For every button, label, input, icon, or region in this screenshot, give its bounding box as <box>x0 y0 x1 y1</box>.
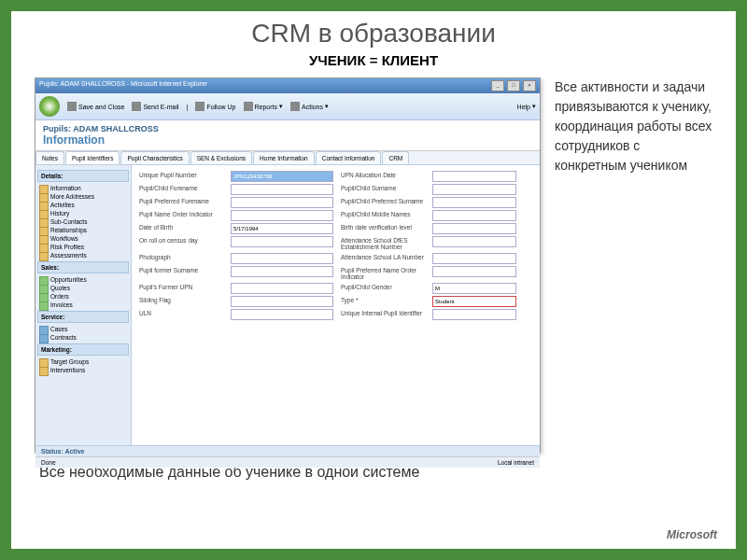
nav-item-quotes[interactable]: Quotes <box>37 284 129 292</box>
field-label: Date of Birth <box>139 223 223 234</box>
nav-item-activities[interactable]: Activities <box>37 201 129 209</box>
tab-crm[interactable]: CRM <box>382 151 409 164</box>
nav-item-target-groups[interactable]: Target Groups <box>37 357 129 366</box>
field-label: Pupil/Child Gender <box>341 283 425 294</box>
field-label: Pupil/Child Forename <box>139 184 223 195</box>
nav-item-opportunities[interactable]: Opportunities <box>37 275 129 284</box>
tab-contact-information[interactable]: Contact Information <box>316 151 382 164</box>
save-close-button[interactable]: Save and Close <box>67 102 124 111</box>
field-label: Type * <box>341 296 425 307</box>
slide-sidetext: Все активности и задачи привязываются к … <box>541 77 712 453</box>
send-email-button[interactable]: Send E-mail <box>132 102 178 111</box>
nav-section: Details: <box>37 170 129 182</box>
field-input[interactable] <box>231 253 333 264</box>
close-button[interactable]: × <box>523 80 536 91</box>
nav-item-workflows[interactable]: Workflows <box>37 234 129 243</box>
field-label: UPN Allocation Date <box>341 171 425 182</box>
tab-bar: NotesPupil IdentifiersPupil Characterist… <box>35 151 540 165</box>
nav-item-sub-contacts[interactable]: Sub-Contacts <box>37 217 129 226</box>
field-input[interactable] <box>231 236 333 247</box>
field-label: Pupil's Former UPN <box>139 283 223 294</box>
flag-icon <box>195 102 204 111</box>
left-nav: Details:InformationMore AddressesActivit… <box>35 165 132 445</box>
slide-subtitle: УЧЕНИК = КЛИЕНТ <box>11 52 736 68</box>
field-input[interactable]: Student <box>432 296 516 307</box>
field-input[interactable] <box>432 210 516 221</box>
microsoft-logo: Microsoft <box>667 528 717 541</box>
field-label: Unique Internal Pupil Identifier <box>341 309 425 320</box>
field-label: Sibling Flag <box>139 296 223 307</box>
tab-notes[interactable]: Notes <box>35 151 64 164</box>
field-input[interactable] <box>432 223 516 234</box>
field-label: On roll on census day <box>139 236 223 251</box>
nav-item-cases[interactable]: Cases <box>37 325 129 333</box>
actions-button[interactable]: Actions ▾ <box>290 102 329 111</box>
save-icon <box>67 102 77 111</box>
ribbon-toolbar: Save and Close Send E-mail | Follow Up R… <box>35 93 540 120</box>
nav-section: Service: <box>37 311 129 323</box>
field-label: Pupil/Child Surname <box>341 184 425 195</box>
field-input[interactable] <box>231 197 333 208</box>
followup-button[interactable]: Follow Up <box>195 102 235 111</box>
field-input[interactable]: M <box>432 283 516 294</box>
nav-item-interventions[interactable]: Interventions <box>37 366 129 374</box>
report-icon <box>244 102 253 111</box>
field-input[interactable] <box>231 266 333 277</box>
field-input[interactable] <box>432 266 516 277</box>
zone-label: Local intranet <box>498 459 534 466</box>
form-area: Unique Pupil NumberJPN123456789UPN Alloc… <box>132 165 540 445</box>
field-input[interactable] <box>432 171 516 182</box>
section-title: Information <box>43 133 532 147</box>
nav-item-invoices[interactable]: Invoices <box>37 301 129 309</box>
field-label: Pupil/Child Preferred Surname <box>341 197 425 208</box>
office-orb-icon[interactable] <box>39 96 60 117</box>
nav-item-risk-profiles[interactable]: Risk Profiles <box>37 243 129 251</box>
field-input[interactable] <box>432 309 516 320</box>
field-input[interactable] <box>231 296 333 307</box>
field-input[interactable] <box>231 309 333 320</box>
field-input[interactable]: 5/17/1994 <box>231 223 333 234</box>
separator: | <box>187 104 189 110</box>
window-title: Pupils: ADAM SHALLCROSS - Microsoft Inte… <box>39 80 207 91</box>
field-label: ULN <box>139 309 223 320</box>
slide-title: CRM в образовании <box>11 19 736 49</box>
field-input[interactable] <box>432 197 516 208</box>
tab-pupil-characteristics[interactable]: Pupil Characteristics <box>120 151 189 164</box>
field-input[interactable] <box>231 283 333 294</box>
field-label: Pupil former Surname <box>139 266 223 281</box>
maximize-button[interactable]: □ <box>507 80 520 91</box>
field-input[interactable] <box>432 236 516 247</box>
field-label: Pupil Preferred Forename <box>139 197 223 208</box>
breadcrumb: Pupils: ADAM SHALLCROSS <box>43 124 532 133</box>
field-label: Pupil Preferred Name Order Indicator <box>341 266 425 281</box>
tab-sen-exclusions[interactable]: SEN & Exclusions <box>190 151 252 164</box>
reports-button[interactable]: Reports ▾ <box>244 102 284 111</box>
nav-item-orders[interactable]: Orders <box>37 292 129 301</box>
nav-item-contracts[interactable]: Contracts <box>37 333 129 342</box>
tab-home-information[interactable]: Home Information <box>253 151 315 164</box>
help-button[interactable]: Help ▾ <box>517 103 536 110</box>
gear-icon <box>290 102 300 111</box>
nav-item-information[interactable]: Information <box>37 184 129 192</box>
nav-item-more-addresses[interactable]: More Addresses <box>37 192 129 201</box>
nav-item-history[interactable]: History <box>37 209 129 217</box>
nav-section: Marketing: <box>37 343 129 356</box>
field-input[interactable] <box>432 253 516 264</box>
window-titlebar: Pupils: ADAM SHALLCROSS - Microsoft Inte… <box>35 78 540 93</box>
tab-pupil-identifiers[interactable]: Pupil Identifiers <box>65 151 120 164</box>
field-input[interactable] <box>231 184 333 195</box>
field-input[interactable] <box>432 184 516 195</box>
field-label: Unique Pupil Number <box>139 171 223 182</box>
window-controls: _ □ × <box>490 80 536 91</box>
minimize-button[interactable]: _ <box>491 80 504 91</box>
record-header: Pupils: ADAM SHALLCROSS Information <box>35 120 540 151</box>
field-input[interactable]: JPN123456789 <box>231 171 333 182</box>
status-bar: Status: Active <box>35 445 540 456</box>
nav-item-relationships[interactable]: Relationships <box>37 226 129 234</box>
field-label: Photograph <box>139 253 223 264</box>
mail-icon <box>132 102 141 111</box>
field-label: Attendance School DfES Establishment Num… <box>341 236 425 251</box>
nav-item-assessments[interactable]: Assessments <box>37 251 129 259</box>
field-input[interactable] <box>231 210 333 221</box>
crm-screenshot: Pupils: ADAM SHALLCROSS - Microsoft Inte… <box>35 77 541 453</box>
